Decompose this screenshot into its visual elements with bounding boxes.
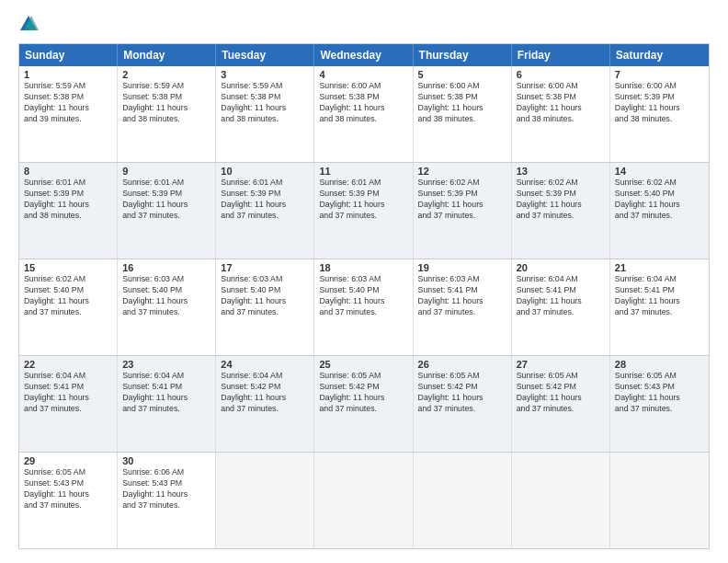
day-info: Sunrise: 6:01 AM Sunset: 5:39 PM Dayligh… — [122, 178, 210, 222]
calendar-cell — [216, 453, 314, 548]
day-number: 14 — [615, 166, 704, 177]
day-number: 4 — [319, 69, 407, 80]
day-info: Sunrise: 6:04 AM Sunset: 5:41 PM Dayligh… — [122, 371, 210, 415]
day-info: Sunrise: 6:03 AM Sunset: 5:40 PM Dayligh… — [122, 274, 210, 318]
day-info: Sunrise: 6:00 AM Sunset: 5:39 PM Dayligh… — [615, 81, 704, 125]
day-info: Sunrise: 5:59 AM Sunset: 5:38 PM Dayligh… — [122, 81, 210, 125]
calendar-cell: 27Sunrise: 6:05 AM Sunset: 5:42 PM Dayli… — [512, 356, 610, 452]
calendar-header-cell: Monday — [118, 44, 216, 66]
day-info: Sunrise: 6:02 AM Sunset: 5:40 PM Dayligh… — [615, 178, 704, 222]
day-number: 7 — [615, 69, 704, 80]
day-number: 10 — [221, 166, 309, 177]
calendar-cell: 7Sunrise: 6:00 AM Sunset: 5:39 PM Daylig… — [610, 66, 709, 162]
day-info: Sunrise: 6:05 AM Sunset: 5:42 PM Dayligh… — [517, 371, 605, 415]
calendar-cell: 17Sunrise: 6:03 AM Sunset: 5:40 PM Dayli… — [216, 259, 314, 355]
day-info: Sunrise: 6:04 AM Sunset: 5:41 PM Dayligh… — [517, 274, 605, 318]
day-info: Sunrise: 5:59 AM Sunset: 5:38 PM Dayligh… — [24, 81, 112, 125]
calendar-cell: 16Sunrise: 6:03 AM Sunset: 5:40 PM Dayli… — [118, 259, 216, 355]
day-info: Sunrise: 6:02 AM Sunset: 5:40 PM Dayligh… — [24, 274, 112, 318]
calendar-row: 29Sunrise: 6:05 AM Sunset: 5:43 PM Dayli… — [19, 452, 709, 548]
calendar-cell: 30Sunrise: 6:06 AM Sunset: 5:43 PM Dayli… — [118, 453, 216, 548]
calendar-cell: 12Sunrise: 6:02 AM Sunset: 5:39 PM Dayli… — [414, 163, 512, 259]
calendar-cell: 18Sunrise: 6:03 AM Sunset: 5:40 PM Dayli… — [314, 259, 413, 355]
day-number: 29 — [24, 455, 112, 466]
day-info: Sunrise: 6:05 AM Sunset: 5:43 PM Dayligh… — [24, 467, 112, 511]
calendar-header-cell: Thursday — [414, 44, 512, 66]
calendar-cell: 13Sunrise: 6:02 AM Sunset: 5:39 PM Dayli… — [512, 163, 610, 259]
day-info: Sunrise: 6:00 AM Sunset: 5:38 PM Dayligh… — [319, 81, 407, 125]
day-number: 22 — [24, 359, 112, 370]
day-info: Sunrise: 6:04 AM Sunset: 5:41 PM Dayligh… — [615, 274, 704, 318]
day-number: 15 — [24, 262, 112, 273]
logo-icon — [18, 14, 39, 34]
calendar-cell: 22Sunrise: 6:04 AM Sunset: 5:41 PM Dayli… — [19, 356, 118, 452]
calendar-cell — [512, 453, 610, 548]
day-number: 30 — [122, 455, 210, 466]
calendar-header: SundayMondayTuesdayWednesdayThursdayFrid… — [19, 44, 709, 66]
page: SundayMondayTuesdayWednesdayThursdayFrid… — [0, 0, 728, 563]
calendar-cell: 19Sunrise: 6:03 AM Sunset: 5:41 PM Dayli… — [414, 259, 512, 355]
calendar-cell — [610, 453, 709, 548]
day-number: 26 — [418, 359, 506, 370]
calendar-cell: 24Sunrise: 6:04 AM Sunset: 5:42 PM Dayli… — [216, 356, 314, 452]
day-number: 13 — [517, 166, 605, 177]
calendar-cell: 25Sunrise: 6:05 AM Sunset: 5:42 PM Dayli… — [314, 356, 413, 452]
day-number: 18 — [319, 262, 407, 273]
logo — [18, 14, 42, 34]
calendar-row: 22Sunrise: 6:04 AM Sunset: 5:41 PM Dayli… — [19, 355, 709, 452]
day-number: 5 — [418, 69, 506, 80]
header — [18, 14, 710, 34]
calendar-cell: 28Sunrise: 6:05 AM Sunset: 5:43 PM Dayli… — [610, 356, 709, 452]
day-number: 25 — [319, 359, 407, 370]
calendar-cell — [314, 453, 413, 548]
day-info: Sunrise: 6:02 AM Sunset: 5:39 PM Dayligh… — [517, 178, 605, 222]
day-number: 16 — [122, 262, 210, 273]
day-number: 12 — [418, 166, 506, 177]
day-number: 19 — [418, 262, 506, 273]
day-info: Sunrise: 6:06 AM Sunset: 5:43 PM Dayligh… — [122, 467, 210, 511]
calendar-row: 1Sunrise: 5:59 AM Sunset: 5:38 PM Daylig… — [19, 66, 709, 162]
calendar-cell: 3Sunrise: 5:59 AM Sunset: 5:38 PM Daylig… — [216, 66, 314, 162]
day-number: 9 — [122, 166, 210, 177]
day-number: 11 — [319, 166, 407, 177]
calendar-cell: 20Sunrise: 6:04 AM Sunset: 5:41 PM Dayli… — [512, 259, 610, 355]
calendar-cell: 14Sunrise: 6:02 AM Sunset: 5:40 PM Dayli… — [610, 163, 709, 259]
calendar-cell: 21Sunrise: 6:04 AM Sunset: 5:41 PM Dayli… — [610, 259, 709, 355]
calendar-cell: 29Sunrise: 6:05 AM Sunset: 5:43 PM Dayli… — [19, 453, 118, 548]
day-info: Sunrise: 6:05 AM Sunset: 5:42 PM Dayligh… — [418, 371, 506, 415]
day-info: Sunrise: 6:01 AM Sunset: 5:39 PM Dayligh… — [24, 178, 112, 222]
calendar-cell: 11Sunrise: 6:01 AM Sunset: 5:39 PM Dayli… — [314, 163, 413, 259]
day-number: 24 — [221, 359, 309, 370]
day-info: Sunrise: 6:05 AM Sunset: 5:43 PM Dayligh… — [615, 371, 704, 415]
day-info: Sunrise: 6:02 AM Sunset: 5:39 PM Dayligh… — [418, 178, 506, 222]
day-number: 23 — [122, 359, 210, 370]
calendar-cell — [414, 453, 512, 548]
day-info: Sunrise: 6:03 AM Sunset: 5:41 PM Dayligh… — [418, 274, 506, 318]
calendar-header-cell: Wednesday — [314, 44, 413, 66]
calendar-row: 8Sunrise: 6:01 AM Sunset: 5:39 PM Daylig… — [19, 162, 709, 259]
day-info: Sunrise: 6:01 AM Sunset: 5:39 PM Dayligh… — [319, 178, 407, 222]
day-number: 21 — [615, 262, 704, 273]
calendar-row: 15Sunrise: 6:02 AM Sunset: 5:40 PM Dayli… — [19, 259, 709, 355]
day-number: 20 — [517, 262, 605, 273]
calendar-cell: 6Sunrise: 6:00 AM Sunset: 5:38 PM Daylig… — [512, 66, 610, 162]
day-info: Sunrise: 6:03 AM Sunset: 5:40 PM Dayligh… — [319, 274, 407, 318]
calendar-cell: 4Sunrise: 6:00 AM Sunset: 5:38 PM Daylig… — [314, 66, 413, 162]
calendar-cell: 26Sunrise: 6:05 AM Sunset: 5:42 PM Dayli… — [414, 356, 512, 452]
day-info: Sunrise: 6:00 AM Sunset: 5:38 PM Dayligh… — [517, 81, 605, 125]
calendar: SundayMondayTuesdayWednesdayThursdayFrid… — [18, 43, 710, 549]
calendar-header-cell: Friday — [512, 44, 610, 66]
day-info: Sunrise: 6:00 AM Sunset: 5:38 PM Dayligh… — [418, 81, 506, 125]
day-number: 6 — [517, 69, 605, 80]
day-number: 28 — [615, 359, 704, 370]
calendar-header-cell: Sunday — [19, 44, 118, 66]
calendar-cell: 23Sunrise: 6:04 AM Sunset: 5:41 PM Dayli… — [118, 356, 216, 452]
calendar-cell: 9Sunrise: 6:01 AM Sunset: 5:39 PM Daylig… — [118, 163, 216, 259]
day-number: 2 — [122, 69, 210, 80]
day-info: Sunrise: 6:03 AM Sunset: 5:40 PM Dayligh… — [221, 274, 309, 318]
day-number: 3 — [221, 69, 309, 80]
day-info: Sunrise: 6:05 AM Sunset: 5:42 PM Dayligh… — [319, 371, 407, 415]
day-info: Sunrise: 6:04 AM Sunset: 5:42 PM Dayligh… — [221, 371, 309, 415]
day-number: 8 — [24, 166, 112, 177]
day-number: 1 — [24, 69, 112, 80]
